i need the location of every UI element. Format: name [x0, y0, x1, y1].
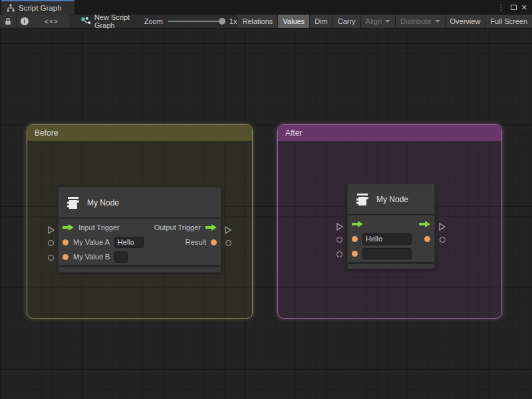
toolbar-separator	[70, 15, 70, 28]
node-title: My Node	[87, 198, 119, 207]
graph-asset-icon	[81, 17, 90, 25]
zoom-slider-knob[interactable]	[219, 18, 225, 25]
value-b-label: My Value B	[73, 253, 110, 261]
tab-script-graph[interactable]: Script Graph	[1, 0, 74, 15]
align-label: Align	[366, 17, 382, 25]
result-label: Result	[186, 238, 206, 246]
input-trigger-port-icon[interactable]	[352, 221, 363, 227]
fullscreen-button[interactable]: Full Screen	[485, 15, 532, 28]
value-a-label: My Value A	[73, 238, 110, 246]
info-icon: i	[21, 17, 29, 25]
ext-input-trigger-port[interactable]	[336, 221, 343, 233]
value-a-port-icon[interactable]	[63, 239, 68, 245]
zoom-label: Zoom	[144, 17, 163, 25]
result-port-icon[interactable]	[424, 236, 430, 242]
node-title: My Node	[376, 195, 408, 204]
dim-button[interactable]: Dim	[310, 15, 332, 28]
value-b-port-icon[interactable]	[352, 251, 358, 257]
node-header[interactable]: My Node	[59, 188, 221, 219]
port-row-value-a	[348, 231, 434, 246]
distribute-dropdown[interactable]: Distribute	[396, 15, 444, 28]
graph-canvas[interactable]: Before After My Nod	[0, 29, 532, 399]
group-before-title: Before	[35, 128, 58, 138]
value-a-input[interactable]	[362, 233, 412, 245]
group-after-header[interactable]: After	[278, 125, 501, 141]
carry-button[interactable]: Carry	[333, 15, 360, 28]
ext-value-a-port[interactable]	[336, 237, 342, 243]
value-b-input[interactable]	[114, 251, 128, 263]
output-trigger-label: Output Trigger	[154, 223, 201, 231]
code-view-icon: <×>	[45, 18, 59, 25]
output-trigger-port-icon[interactable]	[205, 224, 217, 231]
node-footer	[59, 265, 221, 272]
node-body	[348, 215, 434, 262]
values-button[interactable]: Values	[278, 15, 309, 28]
group-after-title: After	[285, 128, 302, 138]
group-before-header[interactable]: Before	[27, 125, 252, 141]
ext-output-trigger-port[interactable]	[225, 225, 231, 237]
maximize-icon[interactable]	[511, 5, 517, 10]
info-button[interactable]: i	[17, 15, 33, 28]
node-footer	[348, 262, 434, 269]
node-body: Input Trigger Output Trigger My Value A …	[59, 219, 221, 265]
value-a-port-icon[interactable]	[352, 236, 358, 242]
node-my-node-after[interactable]: My Node	[347, 184, 435, 269]
chevron-down-icon	[435, 20, 440, 23]
tab-bar: Script Graph ⋮ ✕	[0, 0, 532, 15]
port-row-triggers: Input Trigger Output Trigger	[59, 220, 221, 235]
ext-result-port[interactable]	[225, 240, 231, 246]
value-b-port-icon[interactable]	[63, 254, 68, 260]
distribute-label: Distribute	[400, 17, 431, 25]
window-controls: ⋮ ✕	[496, 0, 532, 15]
port-row-value-b	[348, 246, 434, 261]
toolbar-right-buttons: Relations Values Dim Carry Align Distrib…	[237, 15, 532, 28]
ext-value-a-port[interactable]	[48, 240, 54, 246]
port-row-value-b: My Value B	[59, 249, 221, 264]
zoom-slider[interactable]	[168, 21, 224, 22]
port-row-triggers	[348, 217, 434, 231]
chevron-down-icon	[385, 20, 390, 23]
node-my-node-before[interactable]: My Node Input Trigger Output Trigger	[58, 187, 221, 273]
ext-value-b-port[interactable]	[336, 251, 342, 257]
graph-toolbar: i <×> New Script Graph Zoom 1x	[0, 15, 532, 29]
zoom-control: Zoom 1x	[144, 15, 237, 28]
output-trigger-port-icon[interactable]	[419, 221, 430, 227]
result-port-icon[interactable]	[211, 239, 217, 245]
ext-value-b-port[interactable]	[48, 255, 54, 261]
tab-title: Script Graph	[19, 4, 62, 12]
close-icon[interactable]: ✕	[521, 4, 527, 11]
lock-icon	[5, 17, 11, 25]
value-b-input[interactable]	[362, 248, 412, 259]
input-trigger-port-icon[interactable]	[63, 224, 74, 231]
input-trigger-label: Input Trigger	[78, 223, 120, 231]
zoom-value: 1x	[229, 17, 237, 25]
ext-output-trigger-port[interactable]	[439, 221, 446, 233]
code-view-button[interactable]: <×>	[33, 15, 70, 28]
unit-machine-icon	[65, 195, 81, 211]
unit-machine-icon	[354, 192, 370, 207]
align-dropdown[interactable]: Align	[361, 15, 395, 28]
graph-hierarchy-icon	[7, 4, 15, 12]
ext-input-trigger-port[interactable]	[48, 225, 55, 237]
overview-button[interactable]: Overview	[446, 15, 485, 28]
graph-title-area: New Script Graph	[81, 15, 132, 28]
node-header[interactable]: My Node	[348, 184, 434, 215]
value-a-input[interactable]	[114, 237, 144, 248]
relations-button[interactable]: Relations	[237, 15, 277, 28]
ext-result-port[interactable]	[440, 237, 446, 243]
graph-title: New Script Graph	[94, 13, 132, 29]
script-graph-window: Script Graph ⋮ ✕ i <×>	[0, 0, 532, 399]
window-menu-icon[interactable]: ⋮	[496, 4, 506, 11]
port-row-value-a: My Value A Result	[59, 235, 221, 249]
lock-button[interactable]	[0, 15, 16, 28]
